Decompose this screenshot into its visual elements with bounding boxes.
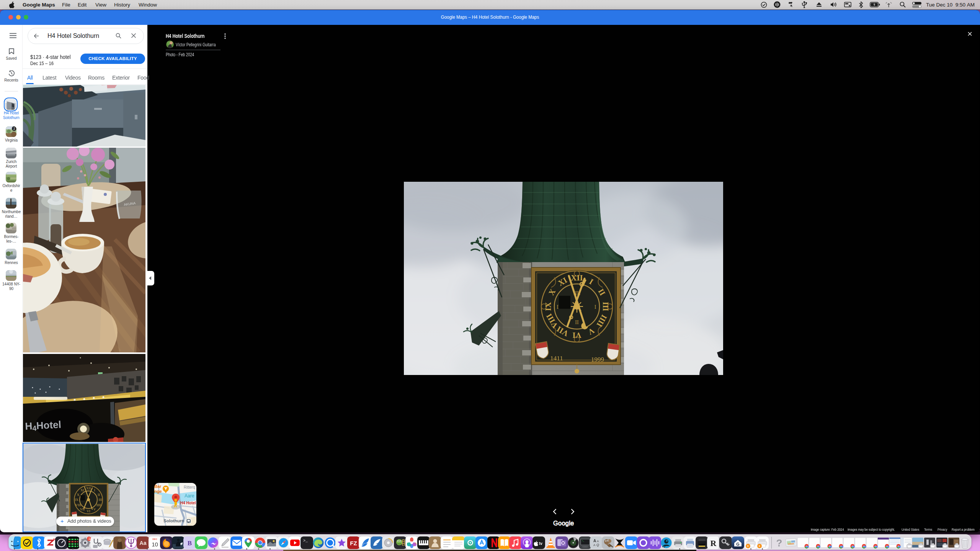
svg-text:R: R (710, 538, 717, 548)
svg-text:Ritterq: Ritterq (184, 485, 195, 489)
svg-text:>_: >_ (582, 540, 584, 542)
svg-text:IX: IX (544, 302, 553, 311)
svg-text:A: A (597, 540, 599, 543)
svg-text:XII: XII (571, 273, 583, 282)
svg-text:Solothurn: Solothurn (163, 518, 184, 523)
svg-text:1999: 1999 (591, 356, 604, 363)
svg-text:nge: nge (154, 489, 162, 494)
svg-text:A: A (593, 543, 596, 547)
svg-text:1: 1 (88, 537, 90, 541)
svg-text:>_: >_ (303, 539, 308, 543)
svg-text:10: 10 (152, 541, 158, 548)
svg-text:Aa: Aa (139, 540, 146, 546)
svg-text:H4 Hotel: H4 Hotel (180, 501, 196, 505)
svg-text:Q: Q (596, 543, 599, 547)
svg-text:1411: 1411 (550, 355, 563, 362)
svg-text:FZ: FZ (350, 540, 357, 546)
svg-text:?: ? (776, 537, 782, 549)
svg-text:II: II (575, 320, 579, 325)
svg-text:III: III (601, 302, 610, 311)
svg-text:Bar: Bar (154, 484, 162, 489)
svg-text:DEC: DEC (152, 538, 157, 540)
svg-text:B: B (187, 540, 191, 547)
svg-text:tv: tv (539, 541, 542, 546)
svg-text:Google: Google (553, 520, 574, 527)
svg-text:I: I (595, 304, 596, 310)
svg-text:A: A (593, 539, 596, 543)
svg-text:Aare: Aare (185, 493, 194, 499)
svg-text:VI: VI (572, 331, 581, 340)
svg-text:G: G (736, 542, 740, 546)
